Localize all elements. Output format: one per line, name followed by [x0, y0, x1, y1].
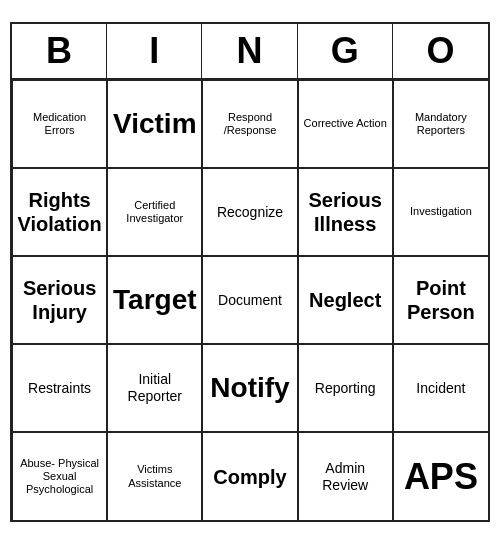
bingo-cell-12: Document: [202, 256, 297, 344]
bingo-cell-9: Investigation: [393, 168, 488, 256]
bingo-grid: Medication ErrorsVictimRespond /Response…: [12, 80, 488, 520]
bingo-cell-text-9: Investigation: [410, 205, 472, 218]
bingo-cell-6: Certified Investigator: [107, 168, 202, 256]
bingo-cell-text-8: Serious Illness: [303, 188, 388, 236]
bingo-cell-text-10: Serious Injury: [17, 276, 102, 324]
bingo-cell-2: Respond /Response: [202, 80, 297, 168]
bingo-cell-text-13: Neglect: [309, 288, 381, 312]
header-letter-n: N: [202, 24, 297, 78]
bingo-cell-text-21: Victims Assistance: [112, 463, 197, 489]
header-letter-o: O: [393, 24, 488, 78]
bingo-cell-1: Victim: [107, 80, 202, 168]
bingo-cell-text-0: Medication Errors: [17, 111, 102, 137]
bingo-cell-14: Point Person: [393, 256, 488, 344]
bingo-cell-23: Admin Review: [298, 432, 393, 520]
bingo-cell-text-12: Document: [218, 292, 282, 309]
bingo-cell-19: Incident: [393, 344, 488, 432]
bingo-cell-text-2: Respond /Response: [207, 111, 292, 137]
bingo-cell-text-20: Abuse- Physical Sexual Psychological: [17, 457, 102, 497]
bingo-cell-18: Reporting: [298, 344, 393, 432]
bingo-cell-17: Notify: [202, 344, 297, 432]
bingo-cell-text-22: Comply: [213, 465, 286, 489]
bingo-card: BINGO Medication ErrorsVictimRespond /Re…: [10, 22, 490, 522]
bingo-cell-text-3: Corrective Action: [304, 117, 387, 130]
bingo-cell-0: Medication Errors: [12, 80, 107, 168]
bingo-cell-text-6: Certified Investigator: [112, 199, 197, 225]
header-letter-i: I: [107, 24, 202, 78]
header-letter-g: G: [298, 24, 393, 78]
bingo-header: BINGO: [12, 24, 488, 80]
bingo-cell-13: Neglect: [298, 256, 393, 344]
bingo-cell-text-14: Point Person: [398, 276, 484, 324]
bingo-cell-11: Target: [107, 256, 202, 344]
bingo-cell-text-4: Mandatory Reporters: [398, 111, 484, 137]
bingo-cell-text-1: Victim: [113, 107, 197, 141]
bingo-cell-7: Recognize: [202, 168, 297, 256]
bingo-cell-text-7: Recognize: [217, 204, 283, 221]
bingo-cell-21: Victims Assistance: [107, 432, 202, 520]
bingo-cell-text-17: Notify: [210, 371, 289, 405]
bingo-cell-16: Initial Reporter: [107, 344, 202, 432]
bingo-cell-text-24: APS: [404, 455, 478, 498]
bingo-cell-15: Restraints: [12, 344, 107, 432]
bingo-cell-text-11: Target: [113, 283, 197, 317]
bingo-cell-3: Corrective Action: [298, 80, 393, 168]
bingo-cell-text-23: Admin Review: [303, 460, 388, 494]
bingo-cell-text-19: Incident: [416, 380, 465, 397]
bingo-cell-8: Serious Illness: [298, 168, 393, 256]
bingo-cell-4: Mandatory Reporters: [393, 80, 488, 168]
bingo-cell-text-18: Reporting: [315, 380, 376, 397]
bingo-cell-5: Rights Violation: [12, 168, 107, 256]
bingo-cell-text-5: Rights Violation: [17, 188, 102, 236]
bingo-cell-24: APS: [393, 432, 488, 520]
bingo-cell-text-15: Restraints: [28, 380, 91, 397]
header-letter-b: B: [12, 24, 107, 78]
bingo-cell-10: Serious Injury: [12, 256, 107, 344]
bingo-cell-text-16: Initial Reporter: [112, 371, 197, 405]
bingo-cell-20: Abuse- Physical Sexual Psychological: [12, 432, 107, 520]
bingo-cell-22: Comply: [202, 432, 297, 520]
